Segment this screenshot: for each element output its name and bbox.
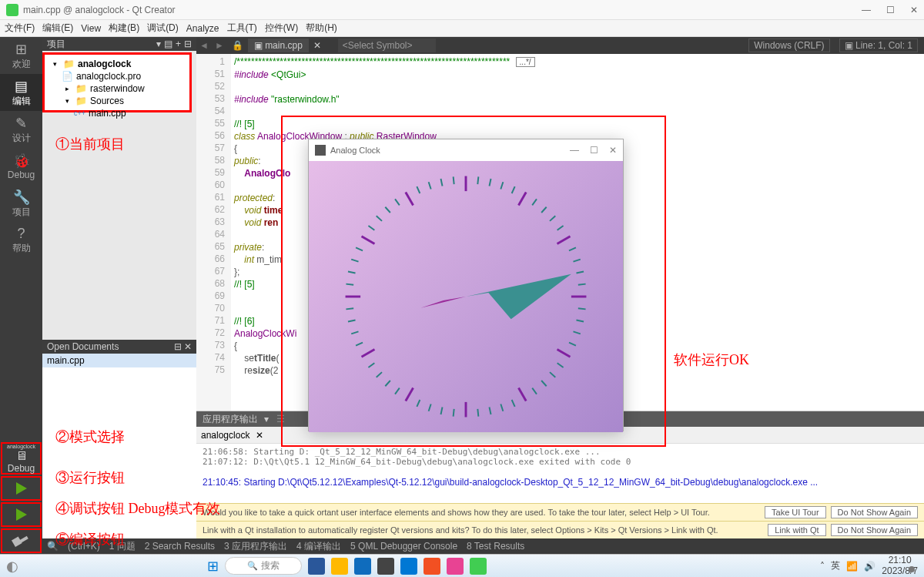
close-icon[interactable]: ✕ — [184, 341, 192, 352]
notification-text: Link with a Qt installation to automatic… — [203, 525, 763, 535]
mode-help[interactable]: ?帮助 — [0, 222, 42, 259]
maximize-icon[interactable]: ☐ — [590, 145, 598, 156]
project-tree[interactable]: ▾📁analogclock 📄analogclock.pro ▸📁rasterw… — [42, 52, 192, 112]
analog-clock-window[interactable]: Analog Clock — ☐ ✕ — [308, 139, 624, 431]
menu-help[interactable]: 帮助(H) — [306, 22, 337, 35]
menu-widgets[interactable]: 控件(W) — [265, 22, 298, 35]
debug-run-button[interactable] — [1, 502, 42, 527]
open-doc-item[interactable]: main.cpp — [42, 354, 196, 367]
svg-line-32 — [440, 407, 442, 414]
taskbar-app-icon[interactable] — [308, 558, 325, 575]
annotation-4: ④调试按钮 Debug模式有效 — [55, 499, 221, 518]
split-icon[interactable]: ⊟ — [174, 341, 182, 352]
status-item[interactable]: 8 Test Results — [467, 541, 524, 552]
close-icon[interactable]: ✕ — [256, 430, 263, 441]
clock-window-title: Analog Clock — [330, 146, 570, 155]
split-icon[interactable]: ⊟ — [184, 39, 192, 49]
menu-edit[interactable]: 编辑(E) — [42, 22, 73, 35]
windows-taskbar[interactable]: ◐ ⊞ 🔍 搜索 ˄ 英 📶 🔊 21:10 2023/8/7 — [0, 554, 924, 577]
dropdown-icon[interactable]: ▾ — [156, 39, 161, 49]
taskbar-app-icon[interactable] — [377, 558, 394, 575]
minimize-icon[interactable]: — — [570, 145, 579, 156]
status-item[interactable]: 4 编译输出 — [296, 540, 341, 553]
taskbar-app-icon[interactable] — [331, 558, 348, 575]
dismiss-button[interactable]: Do Not Show Again — [831, 524, 918, 536]
status-item[interactable]: 5 QML Debugger Console — [350, 541, 457, 552]
svg-line-39 — [368, 363, 374, 367]
encoding-selector[interactable]: Windows (CRLF) — [748, 39, 829, 52]
mode-design[interactable]: ✎设计 — [0, 111, 42, 148]
tree-item[interactable]: rasterwindow — [90, 83, 145, 94]
menu-analyze[interactable]: Analyze — [186, 23, 219, 34]
bug-icon: 🐞 — [13, 153, 30, 169]
editor-tab[interactable]: ▣ main.cpp — [248, 39, 309, 52]
filter-icon[interactable]: ☰ — [276, 414, 285, 424]
taskbar-search[interactable]: 🔍 搜索 — [225, 557, 302, 575]
status-item[interactable]: 3 应用程序输出 — [224, 540, 287, 553]
taskbar-app-icon[interactable] — [354, 558, 371, 575]
svg-line-38 — [377, 372, 382, 377]
menu-file[interactable]: 文件(F) — [5, 22, 35, 35]
collapse-icon[interactable]: ▾ — [62, 96, 72, 106]
volume-icon[interactable]: 🔊 — [864, 561, 875, 572]
back-icon[interactable]: ◄ — [196, 40, 212, 51]
expand-icon[interactable]: ▸ — [62, 83, 72, 94]
lock-icon[interactable]: 🔒 — [232, 40, 243, 51]
take-tour-button[interactable]: Take UI Tour — [765, 506, 826, 518]
clock-title-bar[interactable]: Analog Clock — ☐ ✕ — [309, 139, 623, 161]
close-icon[interactable]: ✕ — [910, 5, 918, 15]
tree-item[interactable]: Sources — [90, 96, 124, 106]
symbol-selector[interactable]: <Select Symbol> — [338, 39, 436, 52]
build-button[interactable] — [1, 528, 42, 553]
svg-line-37 — [385, 381, 390, 386]
annotation-3: ③运行按钮 — [55, 468, 125, 487]
tree-item[interactable]: analogclock.pro — [76, 71, 141, 82]
ime-indicator[interactable]: 英 — [831, 559, 840, 572]
add-icon[interactable]: + — [176, 39, 181, 49]
dropdown-icon[interactable]: ▾ — [264, 414, 269, 424]
mode-welcome[interactable]: ⊞欢迎 — [0, 37, 42, 74]
svg-line-44 — [346, 308, 353, 309]
clock-time[interactable]: 21:10 — [882, 555, 918, 565]
menu-view[interactable]: View — [81, 23, 101, 34]
mode-project[interactable]: 🔧项目 — [0, 185, 42, 222]
filter-icon[interactable]: ▤ — [164, 39, 172, 49]
output-tab[interactable]: 应用程序输出 — [196, 413, 264, 426]
close-icon[interactable]: ✕ — [609, 145, 617, 156]
close-tab-icon[interactable]: ✕ — [309, 40, 326, 51]
window-controls[interactable]: — ☐ ✕ — [862, 5, 918, 15]
taskbar-app-icon[interactable] — [424, 558, 440, 575]
svg-line-54 — [395, 199, 400, 205]
collapse-icon[interactable]: ▾ — [49, 59, 60, 69]
taskbar-app-icon[interactable] — [400, 558, 417, 575]
svg-line-25 — [518, 388, 526, 401]
link-qt-button[interactable]: Link with Qt — [768, 524, 825, 536]
minimize-icon[interactable]: — — [862, 5, 871, 15]
menu-tools[interactable]: 工具(T) — [227, 22, 257, 35]
taskbar-app-icon[interactable] — [447, 558, 464, 575]
run-button[interactable] — [1, 476, 42, 501]
svg-line-1 — [477, 176, 478, 184]
qt-logo-icon — [6, 4, 18, 16]
taskbar-app-icon[interactable] — [470, 558, 487, 575]
dismiss-button[interactable]: Do Not Show Again — [831, 506, 918, 518]
svg-line-11 — [569, 247, 576, 250]
mode-edit[interactable]: ▤编辑 — [0, 74, 42, 111]
wifi-icon[interactable]: 📶 — [846, 561, 858, 572]
folder-icon: 📁 — [75, 83, 87, 94]
chevron-up-icon[interactable]: ˄ — [820, 561, 825, 572]
status-item[interactable]: 2 Search Results — [145, 541, 215, 552]
maximize-icon[interactable]: ☐ — [886, 5, 895, 15]
mode-debug[interactable]: 🐞Debug — [0, 148, 42, 185]
menu-build[interactable]: 构建(B) — [109, 22, 139, 35]
output-content[interactable]: 21:06:58: Starting D: _Qt_5_12_12_MinGW_… — [196, 444, 924, 503]
menu-bar[interactable]: 文件(F) 编辑(E) View 构建(B) 调试(D) Analyze 工具(… — [0, 20, 924, 37]
svg-line-9 — [557, 226, 564, 230]
svg-line-28 — [489, 407, 490, 414]
browser-icon[interactable]: ◐ — [6, 558, 18, 575]
forward-icon[interactable]: ► — [212, 40, 227, 51]
menu-debug[interactable]: 调试(D) — [147, 22, 179, 35]
windows-start-icon[interactable]: ⊞ — [207, 558, 219, 575]
cpp-icon: ▣ — [254, 40, 263, 51]
kit-selector[interactable]: analogclock 🖥 Debug — [1, 442, 42, 475]
